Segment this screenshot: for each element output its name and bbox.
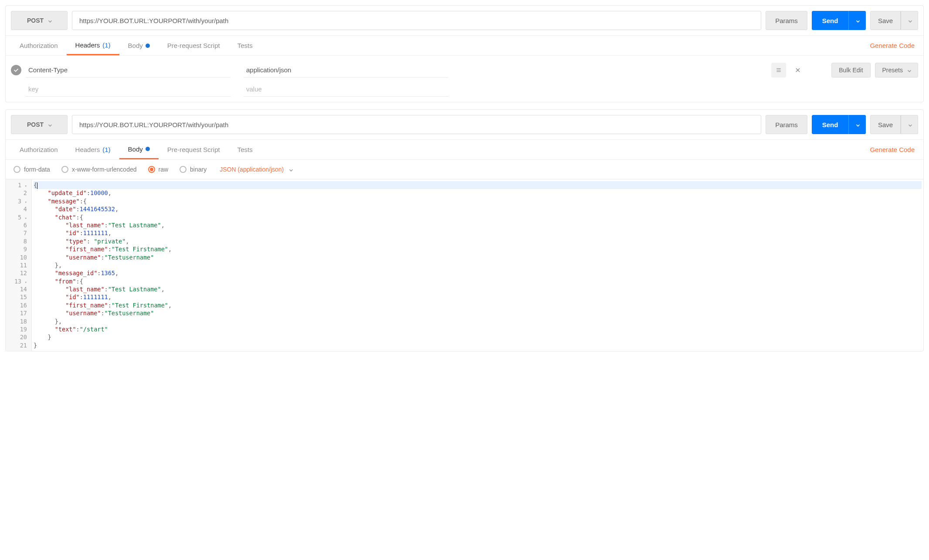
header-key-input-empty[interactable]: key <box>26 82 231 97</box>
request-row: POST https://YOUR.BOT.URL:YOURPORT/with/… <box>6 110 923 139</box>
save-label: Save <box>878 121 893 128</box>
code-line[interactable]: }, <box>34 317 922 325</box>
code-line[interactable]: "last_name":"Test Lastname", <box>34 221 922 229</box>
row-enabled-toggle[interactable] <box>11 65 21 75</box>
line-number: 7 <box>7 229 27 237</box>
bulk-edit-button[interactable]: Bulk Edit <box>831 63 870 78</box>
generate-code-label: Generate Code <box>870 146 915 153</box>
code-line[interactable]: } <box>34 333 922 341</box>
fold-toggle-icon[interactable]: ▾ <box>22 200 27 204</box>
request-row: POST https://YOUR.BOT.URL:YOURPORT/with/… <box>6 6 923 35</box>
tab-label: Body <box>128 145 143 153</box>
delete-row-button[interactable] <box>790 63 805 78</box>
code-line[interactable]: "first_name":"Test Firstname", <box>34 301 922 309</box>
tab-label: Body <box>128 42 143 49</box>
tab-body[interactable]: Body <box>119 36 159 55</box>
code-line[interactable]: "type": "private", <box>34 237 922 245</box>
line-number: 19 <box>7 325 27 333</box>
code-editor[interactable]: 1 ▾23 ▾45 ▾678910111213 ▾141516171819202… <box>6 179 923 351</box>
tab-label: Headers <box>75 41 100 49</box>
save-dropdown[interactable] <box>901 115 918 134</box>
params-button[interactable]: Params <box>766 115 807 134</box>
code-line[interactable]: "id":1111111, <box>34 293 922 301</box>
chevron-down-icon <box>855 18 859 23</box>
line-number: 5 ▾ <box>7 213 27 221</box>
code-body[interactable]: { "update_id":10000, "message":{ "date":… <box>32 179 923 351</box>
line-number: 20 <box>7 333 27 341</box>
code-line[interactable]: "date":1441645532, <box>34 205 922 213</box>
tab-prerequest-script[interactable]: Pre-request Script <box>159 140 229 159</box>
code-line[interactable]: }, <box>34 261 922 269</box>
tab-label: Tests <box>237 146 253 153</box>
send-dropdown[interactable] <box>848 11 866 30</box>
tab-authorization[interactable]: Authorization <box>11 140 67 159</box>
radio-urlencoded[interactable]: x-www-form-urlencoded <box>61 166 137 173</box>
line-number: 10 <box>7 253 27 261</box>
code-line[interactable]: "chat":{ <box>34 213 922 221</box>
fold-toggle-icon[interactable]: ▾ <box>22 184 27 188</box>
send-dropdown[interactable] <box>848 115 866 134</box>
reorder-button[interactable] <box>771 63 786 78</box>
radio-form-data[interactable]: form-data <box>14 166 50 173</box>
line-number: 12 <box>7 269 27 277</box>
tab-headers[interactable]: Headers (1) <box>67 140 119 159</box>
chevron-down-icon <box>47 18 51 23</box>
line-number: 18 <box>7 317 27 325</box>
radio-label: binary <box>190 166 207 173</box>
params-label: Params <box>775 17 798 24</box>
code-line[interactable]: "text":"/start" <box>34 325 922 333</box>
generate-code-link[interactable]: Generate Code <box>870 42 918 49</box>
params-button[interactable]: Params <box>766 11 807 30</box>
save-button[interactable]: Save <box>870 115 901 134</box>
presets-button[interactable]: Presets <box>875 63 918 78</box>
save-dropdown[interactable] <box>901 11 918 30</box>
raw-content-type-select[interactable]: JSON (application/json) <box>220 166 292 173</box>
fold-toggle-icon[interactable]: ▾ <box>22 280 27 284</box>
code-line[interactable]: "update_id":10000, <box>34 189 922 197</box>
header-value-input-empty[interactable]: value <box>244 82 448 97</box>
code-line[interactable]: "id":1111111, <box>34 229 922 237</box>
tab-label: Authorization <box>20 42 58 49</box>
fold-toggle-icon[interactable]: ▾ <box>22 216 27 220</box>
header-key-input[interactable]: Content-Type <box>26 63 231 78</box>
chevron-down-icon <box>907 122 912 127</box>
tab-headers[interactable]: Headers (1) <box>67 36 119 55</box>
send-label: Send <box>822 121 838 128</box>
request-tabs: Authorization Headers (1) Body Pre-reque… <box>6 139 923 159</box>
tab-label: Headers <box>75 146 100 153</box>
tab-authorization[interactable]: Authorization <box>11 36 67 55</box>
code-line[interactable]: "from":{ <box>34 277 922 285</box>
code-line[interactable]: { <box>34 181 922 189</box>
tab-body[interactable]: Body <box>119 140 159 159</box>
radio-raw[interactable]: raw <box>148 166 169 173</box>
presets-label: Presets <box>882 67 903 74</box>
url-text: https://YOUR.BOT.URL:YOURPORT/with/your/… <box>79 17 228 24</box>
code-line[interactable]: "message_id":1365, <box>34 269 922 277</box>
tab-tests[interactable]: Tests <box>229 36 261 55</box>
code-line[interactable]: "username":"Testusername" <box>34 253 922 261</box>
tab-prerequest-script[interactable]: Pre-request Script <box>159 36 229 55</box>
header-value-input[interactable]: application/json <box>244 63 448 78</box>
radio-binary[interactable]: binary <box>180 166 207 173</box>
chevron-down-icon <box>906 68 911 72</box>
tab-tests[interactable]: Tests <box>229 140 261 159</box>
header-row-empty: key value <box>26 82 918 97</box>
code-line[interactable]: "first_name":"Test Firstname", <box>34 245 922 253</box>
tab-label: Pre-request Script <box>167 42 220 49</box>
save-button[interactable]: Save <box>870 11 901 30</box>
code-line[interactable]: } <box>34 341 922 349</box>
url-input[interactable]: https://YOUR.BOT.URL:YOURPORT/with/your/… <box>72 115 761 134</box>
send-button[interactable]: Send <box>812 115 848 134</box>
code-line[interactable]: "username":"Testusername" <box>34 309 922 317</box>
request-block-body: POST https://YOUR.BOT.URL:YOURPORT/with/… <box>5 109 924 351</box>
http-method-select[interactable]: POST <box>11 11 68 30</box>
url-input[interactable]: https://YOUR.BOT.URL:YOURPORT/with/your/… <box>72 11 761 30</box>
code-line[interactable]: "last_name":"Test Lastname", <box>34 285 922 293</box>
send-button[interactable]: Send <box>812 11 848 30</box>
line-number: 15 <box>7 293 27 301</box>
line-number: 4 <box>7 205 27 213</box>
code-line[interactable]: "message":{ <box>34 197 922 205</box>
http-method-select[interactable]: POST <box>11 115 68 134</box>
generate-code-link[interactable]: Generate Code <box>870 146 918 153</box>
text-cursor <box>37 182 37 189</box>
